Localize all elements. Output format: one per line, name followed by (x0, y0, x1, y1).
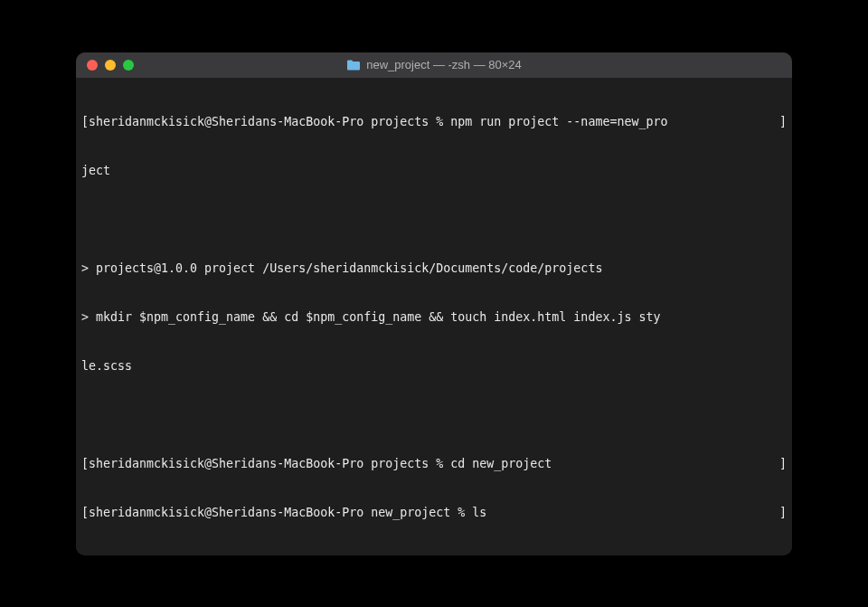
folder-icon (346, 60, 361, 71)
bracket-right: ] (776, 505, 787, 521)
terminal-window: new_project — -zsh — 80×24 [sheridanmcki… (76, 52, 792, 555)
terminal-line: > projects@1.0.0 project /Users/sheridan… (81, 261, 787, 277)
terminal-line: le.scss (81, 358, 787, 375)
window-controls (87, 60, 134, 71)
terminal-line: index.html index.js style.scss (81, 554, 787, 555)
bracket-right: ] (776, 114, 787, 130)
terminal-line: [sheridanmckisick@Sheridans-MacBook-Pro … (81, 505, 787, 521)
window-titlebar[interactable]: new_project — -zsh — 80×24 (76, 52, 792, 78)
minimize-button[interactable] (105, 60, 116, 71)
terminal-blank-line (81, 407, 787, 423)
terminal-line: > mkdir $npm_config_name && cd $npm_conf… (81, 309, 787, 326)
maximize-button[interactable] (123, 60, 134, 71)
terminal-output[interactable]: [sheridanmckisick@Sheridans-MacBook-Pro … (76, 78, 792, 555)
terminal-blank-line (81, 212, 787, 228)
close-button[interactable] (87, 60, 98, 71)
prompt-command: [sheridanmckisick@Sheridans-MacBook-Pro … (81, 114, 667, 130)
prompt-command: [sheridanmckisick@Sheridans-MacBook-Pro … (81, 456, 552, 472)
window-title-text: new_project — -zsh — 80×24 (366, 58, 522, 71)
window-title: new_project — -zsh — 80×24 (76, 58, 792, 71)
prompt-command: [sheridanmckisick@Sheridans-MacBook-Pro … (81, 505, 486, 521)
terminal-line: [sheridanmckisick@Sheridans-MacBook-Pro … (81, 114, 787, 130)
terminal-line: ject (81, 163, 787, 179)
terminal-line: [sheridanmckisick@Sheridans-MacBook-Pro … (81, 456, 787, 472)
bracket-right: ] (776, 456, 787, 472)
